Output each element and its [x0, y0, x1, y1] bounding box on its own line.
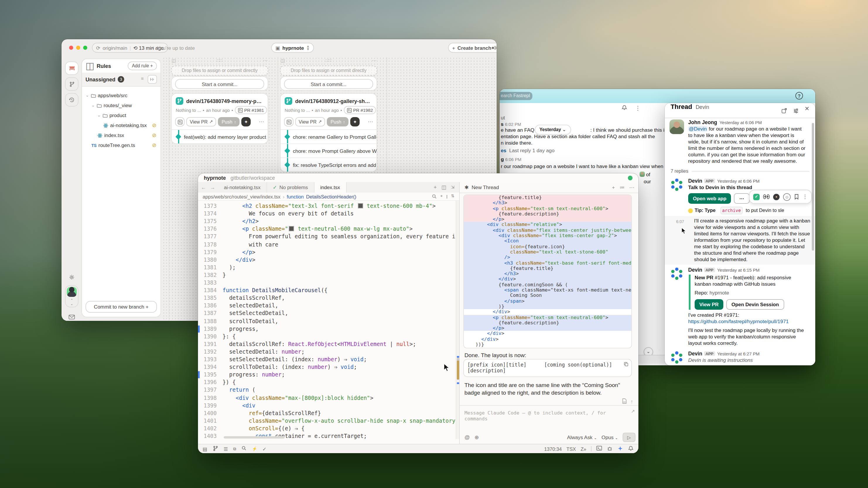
- open-devin-session-button[interactable]: Open Devin Session: [726, 299, 784, 310]
- profile-group[interactable]: ⌃⌄: [65, 285, 79, 307]
- collab-presence-dot[interactable]: [628, 175, 632, 180]
- chevron-updown-icon[interactable]: ⌃⌄: [66, 299, 78, 305]
- zoom-button[interactable]: [83, 46, 87, 50]
- rail-branches-button[interactable]: [65, 77, 79, 91]
- mention[interactable]: @Devin: [688, 126, 707, 132]
- copy-icon[interactable]: [624, 362, 628, 368]
- avatar[interactable]: [67, 287, 77, 297]
- eyes-reaction-icon[interactable]: [763, 194, 770, 200]
- horizontal-scrollbar-thumb[interactable]: [224, 436, 285, 438]
- add-reaction-icon[interactable]: ☺: [783, 193, 791, 200]
- message[interactable]: DevinAPPYesterday at 6:15 PM New PR #197…: [665, 265, 815, 348]
- tree-view-toggle[interactable]: ⊦⊦: [148, 75, 157, 84]
- rail-settings-button[interactable]: [65, 270, 79, 284]
- check-reaction-icon[interactable]: ✓: [753, 194, 760, 200]
- branch-details-button[interactable]: [284, 117, 293, 127]
- tree-item-routes-view[interactable]: ⌄routes/_view: [91, 101, 160, 110]
- replies-count[interactable]: 7 replies: [671, 168, 688, 174]
- minimize-button[interactable]: [76, 46, 80, 50]
- message-author[interactable]: DevinAPPYesterday at 6:15 PM: [688, 267, 760, 273]
- rail-workspace-button[interactable]: [65, 62, 79, 75]
- message[interactable]: John JeongYesterday at 6:06 PM @Devin fo…: [665, 118, 815, 166]
- start-commit-button[interactable]: Start a commit...: [175, 79, 264, 89]
- view-pr-button[interactable]: View PR ↗: [295, 117, 326, 127]
- message-author[interactable]: John JeongYesterday at 6:06 PM: [688, 120, 762, 125]
- rail-feedback-button[interactable]: [65, 310, 79, 321]
- lane-menu-icon[interactable]: ⋯: [263, 58, 268, 63]
- commit-row[interactable]: fix: resolve TypeScript errors and add r…: [281, 158, 377, 171]
- diagnostics-check-icon[interactable]: ✓: [262, 446, 267, 452]
- branch-ai-button[interactable]: ✦: [350, 117, 360, 127]
- ai-sparkle-icon[interactable]: [617, 445, 623, 452]
- nav-back-icon[interactable]: ←: [201, 185, 206, 190]
- breadcrumb[interactable]: apps/web/src/routes/_view/index.tsx›func…: [198, 193, 459, 201]
- lane-collapse-icon[interactable]: ◫: [281, 58, 285, 63]
- list-view-toggle[interactable]: ≡: [138, 75, 147, 83]
- editor-tab-No-problems[interactable]: ✓No problems: [267, 182, 314, 193]
- model-select[interactable]: Opus ⌄: [601, 434, 618, 440]
- push-button[interactable]: Push ↑: [218, 117, 240, 127]
- new-thread-icon[interactable]: +: [612, 185, 615, 190]
- thread-history-icon[interactable]: ≔: [620, 185, 625, 190]
- cursor-icon[interactable]: I: [446, 194, 448, 199]
- diff-preview[interactable]: {feature.title} </h3> <p className="text…: [463, 194, 632, 348]
- pr-badge[interactable]: PR #1982: [344, 106, 376, 114]
- commit-to-new-branch-button[interactable]: Commit to new branch +: [86, 301, 157, 313]
- add-context-icon[interactable]: ⊕: [474, 434, 479, 440]
- close-button[interactable]: [69, 46, 73, 50]
- rail-history-button[interactable]: [65, 93, 79, 106]
- send-button[interactable]: ▷: [623, 433, 636, 442]
- branch-menu-icon[interactable]: ⋯: [259, 119, 264, 125]
- more-actions-button[interactable]: ⋯: [734, 193, 750, 204]
- branch-name[interactable]: devin/1764380912-gallery-shortcuts: [295, 98, 372, 104]
- markdown-icon[interactable]: MD: [622, 398, 626, 405]
- open-web-app-button[interactable]: Open web app: [688, 193, 731, 204]
- pr-link[interactable]: https://github.com/fastrepl/hyprnote/pul…: [688, 319, 788, 324]
- tree-item-apps-web-src[interactable]: ⌄apps/web/src: [86, 91, 160, 100]
- language-mode[interactable]: TSX: [566, 446, 576, 452]
- message-author[interactable]: DevinAPPYesterday at 6:27 PM: [688, 351, 760, 357]
- lane-collapse-icon[interactable]: ◫: [172, 58, 176, 63]
- outline-icon[interactable]: ☰: [224, 446, 228, 452]
- selection-icon[interactable]: ⌖: [440, 194, 443, 199]
- view-pr-button[interactable]: View PR ↗: [186, 117, 216, 127]
- view-pr-button[interactable]: View PR: [694, 299, 723, 310]
- slack-help-button[interactable]: ?: [795, 92, 803, 99]
- split-pane-icon[interactable]: ◫: [441, 185, 446, 190]
- permission-mode-select[interactable]: Always Ask ⌄: [567, 434, 597, 440]
- commit-row[interactable]: chore: rename Gallery to Prompt Gallery …: [281, 130, 377, 143]
- devin-app-avatar[interactable]: [670, 177, 684, 192]
- mention-icon[interactable]: @: [464, 434, 470, 440]
- lane-drag-handle[interactable]: ∷∷: [326, 58, 331, 63]
- add-rule-button[interactable]: Add rule +: [128, 62, 157, 70]
- thread-scrollbar[interactable]: [812, 123, 814, 251]
- actions-icon[interactable]: ⚡: [252, 447, 257, 451]
- editor-tab-ai-notetaking-tsx[interactable]: ai-notetaking.tsx: [218, 182, 267, 193]
- notifications-bell-icon[interactable]: [628, 445, 634, 452]
- new-tab-icon[interactable]: +: [434, 185, 437, 190]
- start-commit-button[interactable]: Start a commit...: [284, 79, 373, 89]
- drop-zone[interactable]: Drop files to assign or commit directly: [171, 66, 268, 75]
- bookmark-icon[interactable]: [794, 191, 799, 202]
- collab-icon[interactable]: ⧉: [234, 447, 236, 451]
- branch-details-button[interactable]: [175, 117, 185, 127]
- search-icon[interactable]: [242, 446, 247, 452]
- debug-icon[interactable]: [607, 445, 613, 452]
- branch-name[interactable]: devin/1764380749-memory-page: [186, 98, 264, 104]
- scroll-top-icon[interactable]: ↑: [630, 399, 633, 404]
- bell-icon[interactable]: [621, 105, 627, 112]
- thread-settings-icon[interactable]: [793, 105, 799, 116]
- panel-menu-icon[interactable]: ⋯: [629, 185, 634, 190]
- message[interactable]: DevinAPPYesterday at 6:27 PM Devin is aw…: [665, 348, 815, 365]
- tree-item-routeTree-gen-ts[interactable]: TSrouteTree.gen.ts⊘: [91, 140, 160, 150]
- expand-input-icon[interactable]: ↗: [631, 409, 635, 414]
- project-switcher[interactable]: ▣hyprnote▲▼: [271, 43, 314, 53]
- devin-app-avatar[interactable]: [670, 266, 684, 281]
- commit-row[interactable]: feat(web): add memory layer product page: [172, 130, 268, 143]
- open-in-window-icon[interactable]: [781, 105, 787, 116]
- avatar[interactable]: [670, 120, 684, 134]
- cursor-position[interactable]: 1370:34: [544, 446, 562, 452]
- zed-icon[interactable]: Z»: [581, 446, 586, 452]
- thread-tab-label[interactable]: New Thread: [471, 185, 499, 190]
- branch-ai-button[interactable]: ✦: [241, 117, 251, 127]
